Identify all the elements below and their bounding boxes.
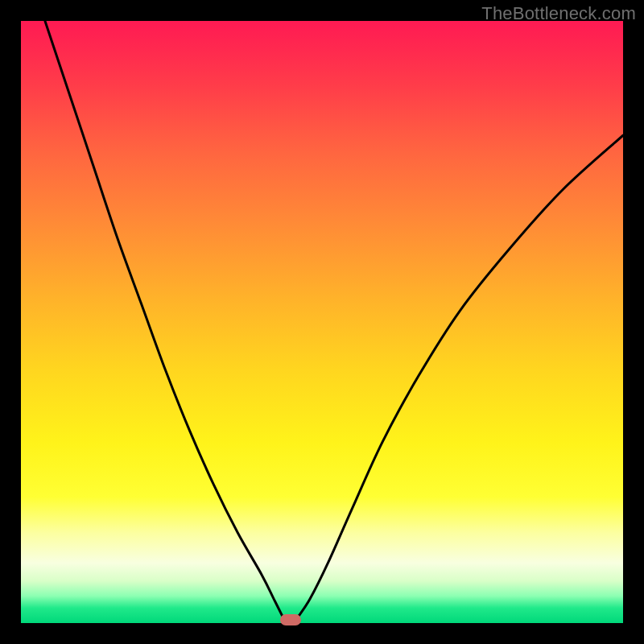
watermark-text: TheBottleneck.com xyxy=(481,3,636,24)
curve-right-branch xyxy=(298,135,623,617)
chart-frame: TheBottleneck.com xyxy=(0,0,644,644)
curve-left-branch xyxy=(45,21,283,617)
plot-area xyxy=(21,21,623,623)
optimum-marker xyxy=(280,614,301,625)
bottleneck-curve xyxy=(21,21,623,623)
